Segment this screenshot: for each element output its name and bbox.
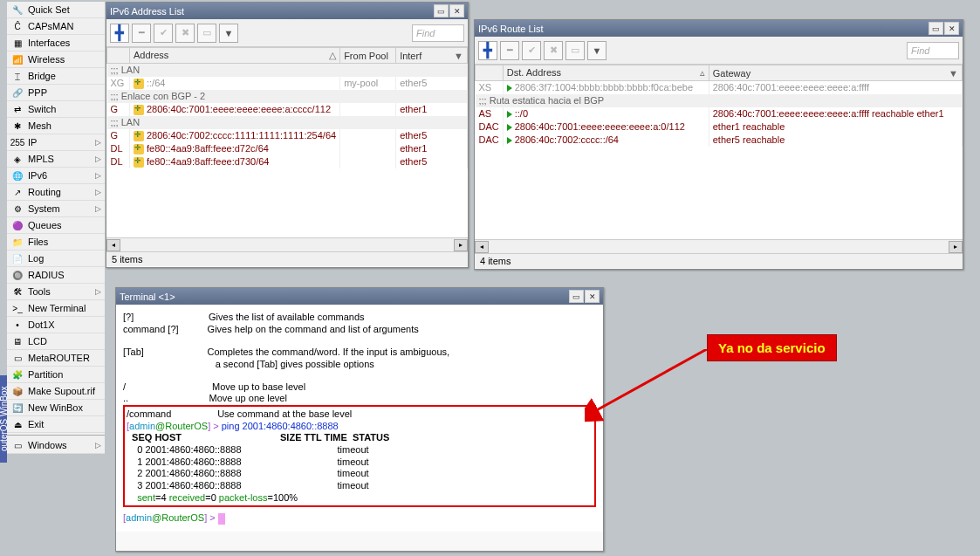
table-row[interactable]: DLfe80::4aa9:8aff:feee:d730/64ether5 <box>107 155 468 168</box>
address-icon <box>134 131 144 141</box>
menu-item-icon: 🔄 <box>10 401 24 415</box>
submenu-icon: ▷ <box>95 287 101 296</box>
menu-item-icon: ◈ <box>10 152 24 166</box>
sidebar-item-label: MPLS <box>28 154 54 164</box>
sidebar-item-switch[interactable]: ⇄Switch <box>7 101 105 118</box>
menu-item-icon: ⇄ <box>10 102 24 116</box>
sidebar-item-metarouter[interactable]: ▭MetaROUTER <box>7 350 105 367</box>
sidebar-item-queues[interactable]: 🟣Queues <box>7 217 105 234</box>
terminal-window: Terminal <1> ▭ ✕ [?] Gives the list of a… <box>115 287 604 552</box>
table-row[interactable]: ;;; LAN <box>107 116 468 129</box>
sidebar-item-partition[interactable]: 🧩Partition <box>7 367 105 383</box>
table-row[interactable]: AS::/02806:40c:7001:eeee:eeee:eeee:a:fff… <box>476 107 963 120</box>
minimize-button[interactable]: ▭ <box>434 4 449 17</box>
sidebar-item-new-terminal[interactable]: >_New Terminal <box>7 300 105 317</box>
sidebar-item-label: Bridge <box>28 71 56 81</box>
menu-item-icon: 📄 <box>10 251 24 265</box>
h-scrollbar[interactable]: ◂▸ <box>475 239 963 253</box>
table-row[interactable]: XS2806:3f7:1004:bbbb:bbbb:bbbb:f0ca:bebe… <box>476 81 963 94</box>
sidebar-item-routing[interactable]: ↗Routing▷ <box>7 184 105 201</box>
sidebar-item-lcd[interactable]: 🖥LCD <box>7 333 105 350</box>
sidebar-item-windows[interactable]: ▭Windows▷ <box>7 437 105 454</box>
menu-item-icon: ▭ <box>10 438 24 452</box>
scroll-right-icon[interactable]: ▸ <box>949 241 963 253</box>
sidebar-item-label: Routing <box>28 187 61 197</box>
col-dst[interactable]: Dst. Address▵ <box>503 65 709 81</box>
table-row[interactable]: G2806:40c:7002:cccc:1111:1111:1111:254/6… <box>107 129 468 142</box>
sidebar-item-tools[interactable]: 🛠Tools▷ <box>7 284 105 300</box>
find-input[interactable]: Find <box>907 42 959 59</box>
h-scrollbar[interactable]: ◂▸ <box>106 237 468 251</box>
window-titlebar[interactable]: IPv6 Route List ▭ ✕ <box>475 20 963 37</box>
sidebar-item-new-winbox[interactable]: 🔄New WinBox <box>7 400 105 416</box>
cursor-icon <box>218 513 225 525</box>
table-row[interactable]: ;;; LAN <box>107 64 468 77</box>
table-row[interactable]: XG::/64my-poolether5 <box>107 77 468 90</box>
add-button[interactable]: ╋ <box>478 41 497 60</box>
sidebar-item-radius[interactable]: 🔘RADIUS <box>7 267 105 284</box>
table-row[interactable]: DAC2806:40c:7001:eeee:eeee:eeee:a:0/112e… <box>476 120 963 134</box>
col-interface[interactable]: Interf▼ <box>396 48 468 64</box>
col-flags[interactable] <box>476 65 504 81</box>
toolbar: ╋ ━ ✔ ✖ ▭ ▼ Find <box>475 37 963 65</box>
sidebar-item-dot1x[interactable]: •Dot1X <box>7 317 105 333</box>
terminal-output[interactable]: [?] Gives the list of available commands… <box>116 305 603 532</box>
vertical-tab[interactable]: outerOS WinBox <box>0 375 7 463</box>
sidebar-item-exit[interactable]: ⏏Exit <box>7 416 105 433</box>
table-row[interactable]: G2806:40c:7001:eeee:eeee:eeee:a:cccc/112… <box>107 103 468 116</box>
window-title: IPv6 Route List <box>478 24 928 34</box>
sidebar-item-quick-set[interactable]: 🔧Quick Set <box>7 2 105 18</box>
filter-button[interactable]: ▼ <box>219 24 238 43</box>
sidebar-item-mpls[interactable]: ◈MPLS▷ <box>7 151 105 168</box>
close-button[interactable]: ✕ <box>944 22 959 35</box>
sidebar-item-mesh[interactable]: ✱Mesh <box>7 118 105 134</box>
remove-button[interactable]: ━ <box>500 41 519 60</box>
minimize-button[interactable]: ▭ <box>929 22 943 35</box>
sidebar-item-wireless[interactable]: 📶Wireless <box>7 51 105 68</box>
filter-button[interactable]: ▼ <box>587 41 607 60</box>
window-titlebar[interactable]: IPv6 Address List ▭ ✕ <box>106 3 468 19</box>
sidebar-item-log[interactable]: 📄Log <box>7 251 105 267</box>
enable-button[interactable]: ✔ <box>154 24 173 43</box>
address-icon <box>134 79 144 89</box>
sidebar-item-ip[interactable]: 255IP▷ <box>7 134 105 151</box>
sidebar-item-ipv6[interactable]: 🌐IPv6▷ <box>7 168 105 184</box>
window-titlebar[interactable]: Terminal <1> ▭ ✕ <box>116 288 603 305</box>
scroll-left-icon[interactable]: ◂ <box>475 241 489 253</box>
enable-button[interactable]: ✔ <box>522 41 541 60</box>
submenu-icon: ▷ <box>95 154 101 163</box>
sidebar-item-ppp[interactable]: 🔗PPP <box>7 85 105 101</box>
route-icon <box>507 85 512 92</box>
disable-button[interactable]: ✖ <box>175 24 195 43</box>
find-input[interactable]: Find <box>412 24 464 42</box>
menu-item-icon: ✱ <box>10 119 24 133</box>
close-button[interactable]: ✕ <box>585 290 600 303</box>
status-bar: 4 items <box>475 253 963 268</box>
remove-button[interactable]: ━ <box>132 24 151 43</box>
col-pool[interactable]: From Pool <box>340 48 396 64</box>
close-button[interactable]: ✕ <box>449 4 464 17</box>
table-row[interactable]: ;;; Enlace con BGP - 2 <box>107 90 468 103</box>
route-icon <box>507 137 512 144</box>
sidebar-item-make-supout.rif[interactable]: 📦Make Supout.rif <box>7 383 105 400</box>
table-row[interactable]: DLfe80::4aa9:8aff:feee:d72c/64ether1 <box>107 142 468 155</box>
table-row[interactable]: ;;; Ruta estatica hacia el BGP <box>476 94 963 107</box>
callout-arrow-icon <box>585 349 724 428</box>
minimize-button[interactable]: ▭ <box>569 290 584 303</box>
sidebar-item-label: CAPsMAN <box>28 21 74 31</box>
disable-button[interactable]: ✖ <box>544 41 563 60</box>
add-button[interactable]: ╋ <box>110 24 129 43</box>
col-gateway[interactable]: Gateway▼ <box>709 65 962 81</box>
scroll-right-icon[interactable]: ▸ <box>454 239 468 251</box>
comment-button[interactable]: ▭ <box>197 24 216 43</box>
sidebar-item-system[interactable]: ⚙System▷ <box>7 201 105 217</box>
sidebar-item-files[interactable]: 📁Files <box>7 234 105 251</box>
sidebar-item-capsman[interactable]: ĈCAPsMAN <box>7 18 105 35</box>
table-row[interactable]: DAC2806:40c:7002:cccc::/64ether5 reachab… <box>476 134 963 147</box>
scroll-left-icon[interactable]: ◂ <box>106 239 120 251</box>
sidebar-item-bridge[interactable]: ⌶Bridge <box>7 68 105 85</box>
sidebar-item-interfaces[interactable]: ▦Interfaces <box>7 35 105 51</box>
col-address[interactable]: Address△ <box>130 48 340 64</box>
comment-button[interactable]: ▭ <box>565 41 585 60</box>
col-flags[interactable] <box>107 48 130 64</box>
